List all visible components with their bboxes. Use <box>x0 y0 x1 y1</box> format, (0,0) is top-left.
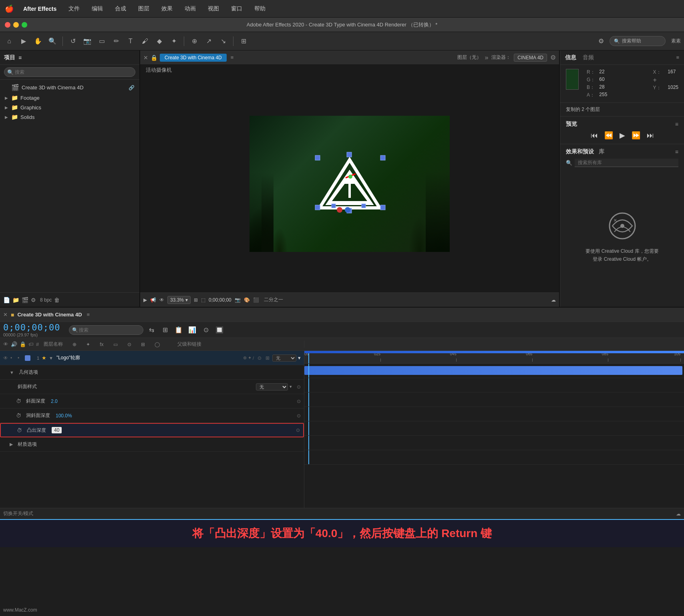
tl-tool-3[interactable]: 📋 <box>173 324 184 336</box>
bevel-depth-row[interactable]: ⏱ 斜面深度 2.0 ⊙ <box>0 394 304 409</box>
timeline-menu-icon[interactable]: ≡ <box>87 312 90 318</box>
close-button[interactable] <box>5 22 10 28</box>
step-back-btn[interactable]: ⏪ <box>604 131 613 140</box>
preview-icon[interactable]: ▶ <box>143 297 147 303</box>
rotate-tool[interactable]: ↺ <box>67 35 79 47</box>
effects-menu-icon[interactable]: ≡ <box>675 149 678 155</box>
tree-item-graphics[interactable]: ▶ 📁 Graphics <box>0 103 139 112</box>
eye-btn-1[interactable]: 👁 <box>3 355 10 361</box>
bevel-depth-stopwatch[interactable]: ⏱ <box>16 398 21 404</box>
extrude-stopwatch[interactable]: ⏱ <box>17 427 22 433</box>
new-comp-btn[interactable]: 🎬 <box>22 297 28 303</box>
fit-icon[interactable]: ⊞ <box>194 297 198 303</box>
comp-timecode[interactable]: 0;00;00;00 <box>209 297 231 303</box>
menu-file[interactable]: 文件 <box>66 4 82 13</box>
new-folder-btn[interactable]: 📁 <box>12 297 19 303</box>
parent-select-1[interactable]: 无 <box>272 354 296 362</box>
skip-to-end-btn[interactable]: ⏭ <box>647 131 654 140</box>
new-item-btn[interactable]: 📄 <box>3 297 10 303</box>
timeline-close-icon[interactable]: ✕ <box>3 312 8 318</box>
bevel-style-link[interactable]: ⊙ <box>297 384 301 390</box>
stamp-tool[interactable]: ◆ <box>153 35 165 47</box>
hole-bevel-stopwatch[interactable]: ⏱ <box>16 413 21 419</box>
tl-tool-6[interactable]: 🔲 <box>214 324 225 336</box>
menu-help[interactable]: 帮助 <box>252 4 268 13</box>
tl-tool-4[interactable]: 📊 <box>187 324 198 336</box>
toggle-switches-label[interactable]: 切换开关/模式 <box>3 510 33 517</box>
settings-tool[interactable]: ⚙ <box>595 35 607 47</box>
material-expand[interactable]: ▶ <box>10 442 13 447</box>
camera-tool[interactable]: 📷 <box>81 35 93 47</box>
settings-btn[interactable]: ⚙ <box>31 297 36 303</box>
expand-layers-icon[interactable]: » <box>485 54 488 61</box>
menu-window[interactable]: 窗口 <box>229 4 245 13</box>
safe-margins-icon[interactable]: ⬚ <box>201 297 205 303</box>
rect-tool[interactable]: ▭ <box>96 35 108 47</box>
comp-tab-menu[interactable]: ≡ <box>231 54 234 60</box>
sw-1[interactable]: ⊕ <box>243 355 247 360</box>
text-tool[interactable]: T <box>125 35 137 47</box>
help-search[interactable]: 🔍 搜索帮助 <box>610 36 666 46</box>
color-picker-icon[interactable]: 🎨 <box>244 297 250 303</box>
bevel-depth-link[interactable]: ⊙ <box>297 399 301 404</box>
tree-item-comp[interactable]: 🎬 Create 3D with Cinema 4D 🔗 <box>0 82 139 93</box>
tl-bottom-icon[interactable]: ☁ <box>676 511 681 517</box>
hole-bevel-row[interactable]: ⏱ 洞斜面深度 100.0% ⊙ <box>0 409 304 423</box>
hole-bevel-link[interactable]: ⊙ <box>297 413 301 419</box>
tl-tool-1[interactable]: ⇆ <box>146 324 157 336</box>
info-tab[interactable]: 信息 <box>565 54 576 61</box>
home-tool[interactable]: ⌂ <box>3 35 15 47</box>
lock-btn-1[interactable]: • <box>18 355 24 361</box>
hand-tool[interactable]: ✋ <box>32 35 44 47</box>
play-btn[interactable]: ▶ <box>620 131 625 140</box>
geom-expand[interactable]: ▼ <box>10 370 14 375</box>
preview-menu-icon[interactable]: ≡ <box>675 121 678 127</box>
camera3d-tool[interactable]: ↘ <box>217 35 229 47</box>
menu-edit[interactable]: 编辑 <box>89 4 105 13</box>
extrude-link[interactable]: ⊙ <box>296 427 300 433</box>
info-menu-icon[interactable]: ≡ <box>676 54 679 60</box>
select-tool[interactable]: ▶ <box>18 35 30 47</box>
comp-canvas[interactable] <box>140 75 559 292</box>
tree-item-footage[interactable]: ▶ 📁 Footage <box>0 93 139 103</box>
axis-tool[interactable]: ⊕ <box>188 35 200 47</box>
sw-slash[interactable]: / <box>253 356 254 360</box>
puppet-tool[interactable]: ✦ <box>168 35 180 47</box>
menu-view[interactable]: 视图 <box>205 4 221 13</box>
effects-library-tab[interactable]: 库 <box>599 148 604 155</box>
menu-aftereffects[interactable]: After Effects <box>21 5 59 13</box>
menu-composition[interactable]: 合成 <box>113 4 129 13</box>
minimize-button[interactable] <box>13 22 19 28</box>
lr-1[interactable]: ⊙ <box>256 355 263 361</box>
layer-star-1[interactable]: ★ <box>42 355 46 361</box>
view-icon[interactable]: 👁 <box>159 297 164 303</box>
layer-row-1[interactable]: 👁 • • 1 ★ ▼ "Logo"轮廓 ⊕ ✦ / ⊙ ⊞ <box>0 351 304 365</box>
step-forward-btn[interactable]: ⏩ <box>632 131 640 140</box>
extrude-depth-value[interactable]: 40 <box>52 427 62 433</box>
tl-tool-2[interactable]: ⊞ <box>159 324 171 336</box>
menu-layer[interactable]: 图层 <box>136 4 152 13</box>
layer-expand-1[interactable]: ▼ <box>49 356 53 360</box>
bevel-style-row[interactable]: 斜面样式 无 ▾ ⊙ <box>0 380 304 394</box>
align-tool[interactable]: ⊞ <box>237 35 249 47</box>
sw-2[interactable]: ✦ <box>248 355 251 360</box>
maximize-button[interactable] <box>22 22 27 28</box>
bevel-depth-value[interactable]: 2.0 <box>51 399 58 404</box>
project-menu-icon[interactable]: ≡ <box>18 54 22 61</box>
timecode-main[interactable]: 0;00;00;00 <box>3 322 60 332</box>
delete-btn[interactable]: 🗑 <box>54 297 60 303</box>
brush-tool[interactable]: 🖌 <box>139 35 151 47</box>
extrude-depth-row[interactable]: ⏱ 凸出深度 40 ⊙ <box>0 423 304 437</box>
menu-animation[interactable]: 动画 <box>182 4 198 13</box>
audio-tab[interactable]: 音频 <box>583 54 594 61</box>
track-bar-1[interactable] <box>304 366 682 375</box>
audio-btn-1[interactable]: • <box>10 355 17 361</box>
project-search-input[interactable] <box>4 67 135 77</box>
tree-item-solids[interactable]: ▶ 📁 Solids <box>0 112 139 122</box>
renderer-select[interactable]: CINEMA 4D <box>514 54 547 62</box>
renderer-settings-icon[interactable]: ⚙ <box>550 54 556 61</box>
hole-bevel-value[interactable]: 100.0% <box>56 413 72 419</box>
geom-options-row[interactable]: ▼ 几何选项 <box>0 365 304 380</box>
material-options-row[interactable]: ▶ 材质选项 <box>0 437 304 452</box>
zoom-selector[interactable]: 33.3% ▾ <box>167 296 191 304</box>
